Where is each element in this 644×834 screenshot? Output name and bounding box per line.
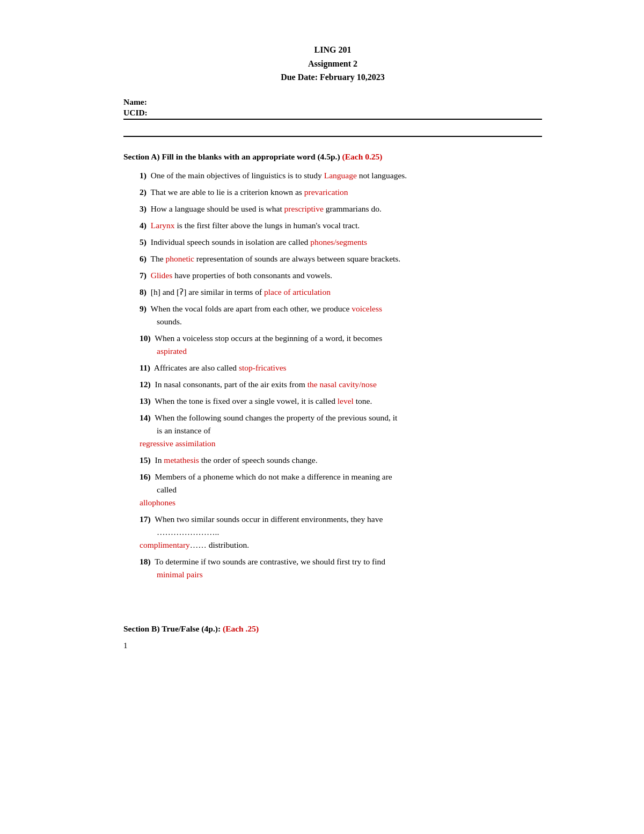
question-15: 15) In metathesis the order of speech so… — [140, 454, 542, 467]
name-label: Name: — [123, 97, 542, 107]
q17-answer: complimentary — [140, 540, 190, 549]
q6-num: 6) — [140, 254, 147, 263]
name-section: Name: UCID: — [123, 97, 542, 120]
q8-text-before: [h] and [ʔ] are similar in terms of — [151, 287, 264, 296]
course-title: LING 201 — [123, 43, 542, 57]
question-1: 1) One of the main objectives of linguis… — [140, 169, 542, 182]
q16-continuation: called — [140, 483, 542, 496]
assignment-title: Assignment 2 — [123, 57, 542, 71]
question-7: 7) Glides have properties of both conson… — [140, 269, 542, 282]
ucid-label: UCID: — [123, 108, 148, 118]
question-16: 16) Members of a phoneme which do not ma… — [140, 470, 542, 509]
question-12: 12) In nasal consonants, part of the air… — [140, 378, 542, 391]
q9-num: 9) — [140, 304, 147, 313]
q7-answer: Glides — [151, 271, 172, 280]
section-b-title-highlight: (Each .25) — [223, 624, 259, 633]
q12-answer: the nasal cavity/nose — [308, 380, 377, 389]
q5-answer: phones/segments — [310, 237, 367, 246]
q15-text-before: In — [155, 455, 164, 465]
q15-answer: metathesis — [164, 455, 199, 465]
q5-text-before: Individual speech sounds in isolation ar… — [151, 237, 310, 246]
section-b-title: Section B) True/False (4p.): (Each .25) — [123, 624, 542, 634]
q18-answer: minimal pairs — [140, 568, 542, 581]
q15-text-after: the order of speech sounds change. — [199, 455, 318, 465]
q8-answer: place of articulation — [264, 287, 331, 296]
q17-text-after: …… distribution. — [190, 540, 249, 549]
q13-answer: level — [338, 396, 354, 405]
q5-num: 5) — [140, 237, 147, 246]
q14-text-before: When the following sound changes the pro… — [155, 413, 397, 422]
q9-answer: voiceless — [352, 304, 382, 313]
q18-num: 18) — [140, 557, 151, 566]
question-2: 2) That we are able to lie is a criterio… — [140, 186, 542, 199]
q1-num: 1) — [140, 171, 147, 180]
q14-answer: regressive assimilation — [140, 439, 216, 448]
question-17: 17) When two similar sounds occur in dif… — [140, 513, 542, 552]
q6-text-after: representation of sounds are always betw… — [194, 254, 400, 263]
q9-continuation: sounds. — [140, 315, 542, 328]
q2-num: 2) — [140, 187, 147, 197]
questions-list: 1) One of the main objectives of linguis… — [123, 169, 542, 581]
question-6: 6) The phonetic representation of sounds… — [140, 252, 542, 265]
q17-continuation: ………………….. — [140, 526, 542, 539]
section-a-title-highlight: (Each 0.25) — [342, 152, 383, 161]
question-8: 8) [h] and [ʔ] are similar in terms of p… — [140, 286, 542, 299]
q10-text-before: When a voiceless stop occurs at the begi… — [155, 333, 382, 343]
question-3: 3) How a language should be used is what… — [140, 202, 542, 215]
q11-answer: stop-fricatives — [239, 363, 287, 372]
q9-text-before: When the vocal folds are apart from each… — [151, 304, 352, 313]
q7-text-after: have properties of both consonants and v… — [172, 271, 332, 280]
section-b: Section B) True/False (4p.): (Each .25) … — [123, 624, 542, 650]
q2-text-before: That we are able to lie is a criterion k… — [151, 187, 304, 197]
q17-text-before: When two similar sounds occur in differe… — [155, 514, 383, 524]
question-4: 4) Larynx is the first filter above the … — [140, 219, 542, 232]
section-a: Section A) Fill in the blanks with an ap… — [123, 152, 542, 581]
q14-continuation: is an instance of — [140, 424, 542, 437]
q4-text-after: is the first filter above the lungs in h… — [175, 221, 360, 230]
q7-num: 7) — [140, 271, 147, 280]
q10-num: 10) — [140, 333, 151, 343]
q6-text-before: The — [151, 254, 166, 263]
question-14: 14) When the following sound changes the… — [140, 411, 542, 450]
q17-num: 17) — [140, 514, 151, 524]
q3-num: 3) — [140, 204, 147, 213]
q16-text-before: Members of a phoneme which do not make a… — [155, 472, 392, 481]
q8-num: 8) — [140, 287, 147, 296]
section-a-title: Section A) Fill in the blanks with an ap… — [123, 152, 542, 162]
question-5: 5) Individual speech sounds in isolation… — [140, 236, 542, 249]
question-18: 18) To determine if two sounds are contr… — [140, 555, 542, 581]
q18-text-before: To determine if two sounds are contrasti… — [155, 557, 385, 566]
q13-text-after: tone. — [354, 396, 372, 405]
question-9: 9) When the vocal folds are apart from e… — [140, 302, 542, 328]
q10-answer: aspirated — [140, 345, 542, 358]
q11-text-before: Affricates are also called — [154, 363, 239, 372]
q1-text-after: not languages. — [357, 171, 407, 180]
ucid-row: UCID: — [123, 108, 542, 120]
q1-text-before: One of the main objectives of linguistic… — [151, 171, 324, 180]
q12-num: 12) — [140, 380, 151, 389]
q6-answer: phonetic — [166, 254, 194, 263]
page: LING 201 Assignment 2 Due Date: February… — [80, 0, 564, 693]
q2-answer: prevarication — [304, 187, 348, 197]
question-11: 11) Affricates are also called stop-fric… — [140, 361, 542, 374]
section-b-title-plain: Section B) True/False (4p.): — [123, 624, 223, 633]
q3-answer: prescriptive — [284, 204, 324, 213]
page-number: 1 — [123, 641, 542, 650]
q13-text-before: When the tone is fixed over a single vow… — [155, 396, 337, 405]
q12-text-before: In nasal consonants, part of the air exi… — [155, 380, 308, 389]
q13-num: 13) — [140, 396, 151, 405]
q15-num: 15) — [140, 455, 151, 465]
question-13: 13) When the tone is fixed over a single… — [140, 395, 542, 408]
header: LING 201 Assignment 2 Due Date: February… — [123, 43, 542, 84]
header-title: LING 201 Assignment 2 Due Date: February… — [123, 43, 542, 84]
due-date: Due Date: February 10,2023 — [123, 70, 542, 84]
question-10: 10) When a voiceless stop occurs at the … — [140, 332, 542, 358]
q14-num: 14) — [140, 413, 151, 422]
q11-num: 11) — [140, 363, 150, 372]
q4-answer: Larynx — [151, 221, 175, 230]
q3-text-before: How a language should be used is what — [151, 204, 284, 213]
q1-answer: Language — [324, 171, 357, 180]
q16-answer: allophones — [140, 498, 175, 507]
q4-num: 4) — [140, 221, 147, 230]
q3-text-after: grammarians do. — [324, 204, 382, 213]
